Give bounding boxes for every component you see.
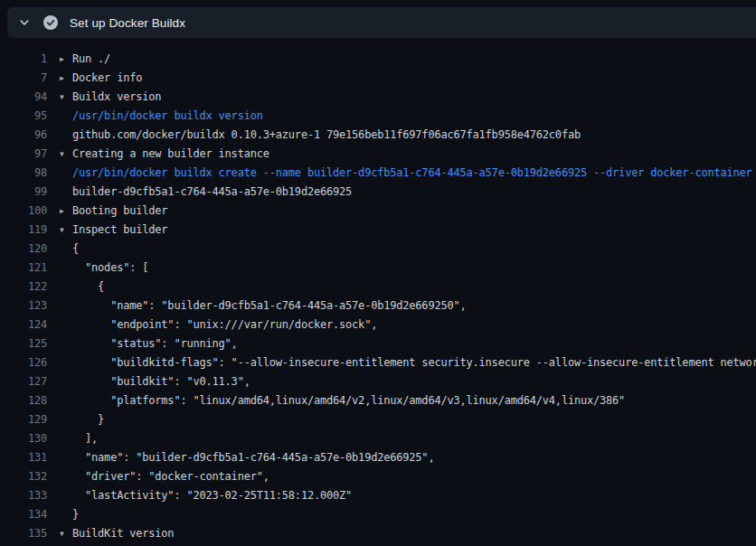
line-number[interactable]: 126	[0, 353, 47, 372]
log-line: 95/usr/bin/docker buildx version	[0, 107, 756, 126]
step-header[interactable]: Set up Docker Buildx	[7, 7, 756, 38]
line-number[interactable]: 120	[0, 240, 47, 259]
log-line: 96github.com/docker/buildx 0.10.3+azure-…	[0, 126, 756, 145]
line-number[interactable]: 99	[0, 183, 47, 202]
log-output-text: "name": "builder-d9cfb5a1-c764-445a-a57e…	[60, 448, 434, 467]
log-line: 98/usr/bin/docker buildx create --name b…	[0, 164, 756, 183]
log-group-title: Docker info	[72, 71, 142, 84]
log-output-text: "driver": "docker-container",	[60, 467, 269, 486]
log-line: 128 "platforms": "linux/amd64,linux/amd6…	[0, 391, 756, 410]
log-line: 126 "buildkitd-flags": "--allow-insecure…	[0, 353, 756, 372]
triangle-down-icon: ▼	[60, 145, 72, 164]
log-group-header[interactable]: ▶Booting builder	[60, 202, 167, 221]
log-group-header[interactable]: ▼Creating a new builder instance	[60, 145, 269, 164]
log-group-title: BuildKit version	[72, 527, 174, 540]
line-number[interactable]: 129	[0, 410, 47, 429]
triangle-down-icon: ▼	[60, 221, 72, 240]
log-output-text: "lastActivity": "2023-02-25T11:58:12.000…	[60, 486, 352, 505]
log-lines: 1▶Run ./7▶Docker info94▼Buildx version95…	[0, 38, 756, 546]
log-line: 7▶Docker info	[0, 69, 756, 88]
log-output-text: }	[60, 505, 79, 524]
log-command-text: /usr/bin/docker buildx version	[60, 107, 263, 126]
log-line: 121 "nodes": [	[0, 259, 756, 278]
line-number[interactable]: 100	[0, 202, 47, 221]
line-number[interactable]: 125	[0, 334, 47, 353]
triangle-right-icon: ▶	[60, 202, 72, 221]
line-number[interactable]: 124	[0, 315, 47, 334]
log-line: 127 "buildkit": "v0.11.3",	[0, 372, 756, 391]
log-line: 130 ],	[0, 429, 756, 448]
line-number[interactable]: 130	[0, 429, 47, 448]
line-number[interactable]: 128	[0, 391, 47, 410]
line-number[interactable]: 127	[0, 372, 47, 391]
line-number[interactable]: 132	[0, 467, 47, 486]
log-output-text: "buildkit": "v0.11.3",	[60, 372, 250, 391]
log-output-text: "platforms": "linux/amd64,linux/amd64/v2…	[60, 391, 625, 410]
line-number[interactable]: 131	[0, 448, 47, 467]
log-output-text: "status": "running",	[60, 334, 238, 353]
triangle-down-icon: ▼	[60, 88, 72, 107]
line-number[interactable]: 97	[0, 145, 47, 164]
line-number[interactable]: 98	[0, 164, 47, 183]
log-group-header[interactable]: ▼Inspect builder	[60, 221, 167, 240]
log-command-text: /usr/bin/docker buildx create --name bui…	[60, 164, 752, 183]
log-group-header[interactable]: ▼Buildx version	[60, 88, 161, 107]
log-group-title: Booting builder	[72, 204, 167, 217]
log-line: 131 "name": "builder-d9cfb5a1-c764-445a-…	[0, 448, 756, 467]
log-line: 100▶Booting builder	[0, 202, 756, 221]
log-line: 97▼Creating a new builder instance	[0, 145, 756, 164]
log-line: 99builder-d9cfb5a1-c764-445a-a57e-0b19d2…	[0, 183, 756, 202]
log-output-text: }	[60, 410, 104, 429]
log-line: 134}	[0, 505, 756, 524]
chevron-down-icon[interactable]	[19, 17, 30, 28]
log-group-title: Inspect builder	[72, 223, 167, 236]
log-line: 125 "status": "running",	[0, 334, 756, 353]
log-output-text: {	[60, 240, 79, 259]
line-number[interactable]: 96	[0, 126, 47, 145]
log-group-title: Creating a new builder instance	[72, 147, 269, 160]
log-line: 1▶Run ./	[0, 50, 756, 69]
log-group-title: Run ./	[72, 52, 110, 65]
log-line: 122 {	[0, 278, 756, 297]
log-group-title: Buildx version	[72, 90, 161, 103]
log-line: 94▼Buildx version	[0, 88, 756, 107]
line-number[interactable]: 7	[0, 69, 47, 88]
log-output-text: "buildkitd-flags": "--allow-insecure-ent…	[60, 353, 756, 372]
triangle-down-icon: ▼	[60, 524, 72, 543]
line-number[interactable]: 134	[0, 505, 47, 524]
log-output-text: "nodes": [	[60, 259, 148, 278]
line-number[interactable]: 119	[0, 221, 47, 240]
line-number[interactable]: 133	[0, 486, 47, 505]
log-group-header[interactable]: ▼BuildKit version	[60, 524, 174, 543]
log-line: 133 "lastActivity": "2023-02-25T11:58:12…	[0, 486, 756, 505]
log-group-header[interactable]: ▶Run ./	[60, 50, 110, 69]
log-line: 119▼Inspect builder	[0, 221, 756, 240]
log-output-text: builder-d9cfb5a1-c764-445a-a57e-0b19d2e6…	[60, 183, 352, 202]
log-group-header[interactable]: ▶Docker info	[60, 69, 142, 88]
line-number[interactable]: 123	[0, 297, 47, 315]
log-line: 129 }	[0, 410, 756, 429]
log-line: 120{	[0, 240, 756, 259]
line-number[interactable]: 135	[0, 524, 47, 543]
log-line: 124 "endpoint": "unix:///var/run/docker.…	[0, 315, 756, 334]
status-success-icon	[43, 15, 58, 30]
workflow-log-panel: Set up Docker Buildx 1▶Run ./7▶Docker in…	[0, 7, 756, 546]
log-line: 132 "driver": "docker-container",	[0, 467, 756, 486]
line-number[interactable]: 122	[0, 278, 47, 297]
line-number[interactable]: 1	[0, 50, 47, 69]
log-output-text: "name": "builder-d9cfb5a1-c764-445a-a57e…	[60, 297, 467, 315]
log-output-text: {	[60, 278, 104, 297]
line-number[interactable]: 121	[0, 259, 47, 278]
log-output-text: github.com/docker/buildx 0.10.3+azure-1 …	[60, 126, 581, 145]
line-number[interactable]: 95	[0, 107, 47, 126]
log-output-text: "endpoint": "unix:///var/run/docker.sock…	[60, 315, 377, 334]
log-line: 123 "name": "builder-d9cfb5a1-c764-445a-…	[0, 297, 756, 315]
log-line: 135▼BuildKit version	[0, 524, 756, 543]
triangle-right-icon: ▶	[60, 50, 72, 69]
triangle-right-icon: ▶	[60, 69, 72, 88]
log-output-text: ],	[60, 429, 98, 448]
line-number[interactable]: 94	[0, 88, 47, 107]
step-title: Set up Docker Buildx	[70, 16, 185, 30]
